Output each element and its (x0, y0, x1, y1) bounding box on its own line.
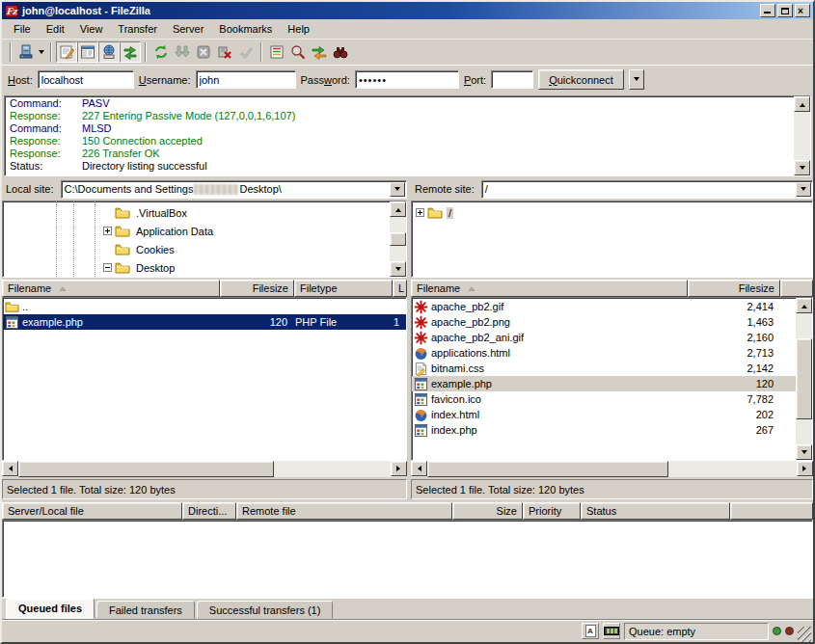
sync-browsing-button[interactable] (330, 41, 351, 63)
scroll-track[interactable] (390, 217, 406, 232)
port-input[interactable] (491, 70, 533, 89)
file-row[interactable]: index.html 202 (412, 407, 796, 422)
title-bar[interactable]: Fz john@localhost - FileZilla × (2, 2, 813, 19)
close-button[interactable]: × (795, 4, 810, 17)
file-row[interactable]: apache_pb2.png 1,463 (412, 314, 796, 330)
scroll-left-button[interactable] (411, 461, 427, 476)
scroll-up-button[interactable] (796, 298, 812, 313)
quickconnect-dropdown-button[interactable] (629, 69, 644, 90)
scroll-thumb[interactable] (427, 461, 668, 477)
scroll-down-button[interactable] (794, 160, 810, 175)
column-header-server-local-file[interactable]: Server/Local file (2, 502, 182, 520)
message-log-lines[interactable]: Command:PASV Response:227 Entering Passi… (5, 96, 794, 175)
minimize-button[interactable] (760, 4, 775, 17)
toggle-remote-tree-button[interactable] (98, 41, 120, 63)
column-header-filename[interactable]: Filename (411, 280, 688, 297)
tree-item[interactable]: Cookies (3, 240, 390, 258)
site-manager-button[interactable] (15, 41, 37, 63)
scroll-track[interactable] (794, 112, 810, 160)
menu-edit[interactable]: Edit (39, 21, 72, 37)
column-header-size[interactable]: Size (452, 502, 523, 520)
local-tree-body[interactable]: .VirtualBox Application Data Cookies (3, 201, 390, 277)
expand-icon[interactable] (416, 208, 424, 217)
toggle-local-tree-button[interactable] (77, 41, 98, 63)
file-row[interactable]: index.php 267 (412, 422, 796, 438)
local-hscrollbar[interactable] (2, 461, 407, 477)
scroll-right-button[interactable] (797, 461, 813, 476)
scroll-track[interactable] (796, 419, 812, 444)
tab-failed-transfers[interactable]: Failed transfers (96, 601, 195, 619)
column-header-last-modified[interactable]: L (393, 280, 407, 297)
maximize-button[interactable] (777, 4, 793, 17)
filter-button[interactable] (266, 41, 287, 63)
scroll-up-button[interactable] (390, 201, 406, 217)
column-header-filetype[interactable]: Filetype (294, 280, 393, 297)
scroll-down-button[interactable] (390, 261, 406, 277)
tree-item[interactable]: .VirtualBox (3, 203, 390, 222)
file-row[interactable]: apache_pb2.gif 2,414 (412, 299, 796, 314)
password-input[interactable] (355, 70, 459, 89)
column-header-filesize[interactable]: Filesize (688, 280, 780, 297)
scroll-right-button[interactable] (391, 461, 407, 476)
column-header-direction[interactable]: Directi... (182, 502, 236, 520)
local-site-combo[interactable]: C:\Documents and SettingsDesktop\ (61, 180, 407, 199)
tab-successful-transfers[interactable]: Successful transfers (1) (197, 601, 334, 619)
remote-list-scrollbar[interactable] (796, 298, 812, 460)
local-site-dropdown-button[interactable] (390, 182, 405, 197)
resize-grip[interactable] (798, 627, 811, 642)
tree-item[interactable]: / (412, 203, 812, 222)
compare-button[interactable] (309, 41, 330, 63)
remote-file-rows[interactable]: apache_pb2.gif 2,414 apache_pb2.png 1,46… (412, 298, 796, 460)
scroll-down-button[interactable] (796, 444, 812, 460)
menu-help[interactable]: Help (280, 21, 317, 37)
expand-icon[interactable] (103, 227, 112, 235)
log-scrollbar[interactable] (794, 96, 810, 175)
remote-tree-body[interactable]: / (412, 201, 812, 277)
username-input[interactable] (196, 70, 296, 89)
file-row[interactable]: bitnami.css 2,142 (412, 361, 796, 376)
file-row-selected[interactable]: example.php 120 PHP File 1 (3, 314, 406, 330)
tree-item[interactable]: Application Data (3, 222, 390, 240)
menu-view[interactable]: View (72, 21, 111, 37)
menu-bookmarks[interactable]: Bookmarks (211, 21, 280, 37)
tree-item[interactable]: Desktop (3, 258, 390, 277)
toggle-message-log-button[interactable] (56, 41, 77, 63)
site-manager-dropdown-icon[interactable] (39, 50, 44, 57)
file-row[interactable]: apache_pb2_ani.gif 2,160 (412, 330, 796, 345)
menu-server[interactable]: Server (165, 21, 211, 37)
scroll-up-button[interactable] (794, 96, 810, 112)
column-header-remote-file[interactable]: Remote file (236, 502, 452, 520)
refresh-button[interactable] (150, 41, 172, 63)
column-header-filename[interactable]: Filename (2, 280, 220, 297)
remote-site-dropdown-button[interactable] (796, 182, 811, 197)
file-row-selected[interactable]: example.php 120 (412, 376, 796, 391)
scroll-thumb[interactable] (796, 338, 812, 419)
scroll-track[interactable] (668, 461, 797, 477)
queue-body[interactable] (2, 520, 813, 598)
scroll-track[interactable] (274, 461, 391, 477)
local-tree-scrollbar[interactable] (390, 201, 406, 277)
host-input[interactable] (38, 70, 134, 89)
scroll-thumb[interactable] (18, 461, 274, 477)
menu-transfer[interactable]: Transfer (110, 21, 165, 37)
tab-queued-files[interactable]: Queued files (6, 599, 95, 619)
data-type-indicator[interactable]: A (582, 623, 599, 639)
cancel-button[interactable] (193, 41, 214, 63)
search-button[interactable] (287, 41, 309, 63)
column-header-priority[interactable]: Priority (523, 502, 581, 520)
menu-file[interactable]: File (6, 21, 39, 37)
remote-site-combo[interactable]: / (481, 180, 813, 199)
file-row-parent-dir[interactable]: .. (3, 299, 406, 314)
speed-limits-indicator[interactable] (603, 623, 620, 639)
column-header-filesize[interactable]: Filesize (220, 280, 294, 297)
quickconnect-button[interactable]: Quickconnect (538, 69, 624, 90)
scroll-thumb[interactable] (390, 232, 406, 246)
file-row[interactable]: favicon.ico 7,782 (412, 391, 796, 407)
disconnect-button[interactable] (214, 41, 235, 63)
file-row[interactable]: applications.html 2,713 (412, 345, 796, 361)
remote-hscrollbar[interactable] (411, 461, 813, 477)
process-queue-button[interactable] (172, 41, 193, 63)
scroll-left-button[interactable] (2, 461, 18, 476)
scroll-track[interactable] (390, 246, 406, 261)
collapse-icon[interactable] (103, 263, 112, 272)
